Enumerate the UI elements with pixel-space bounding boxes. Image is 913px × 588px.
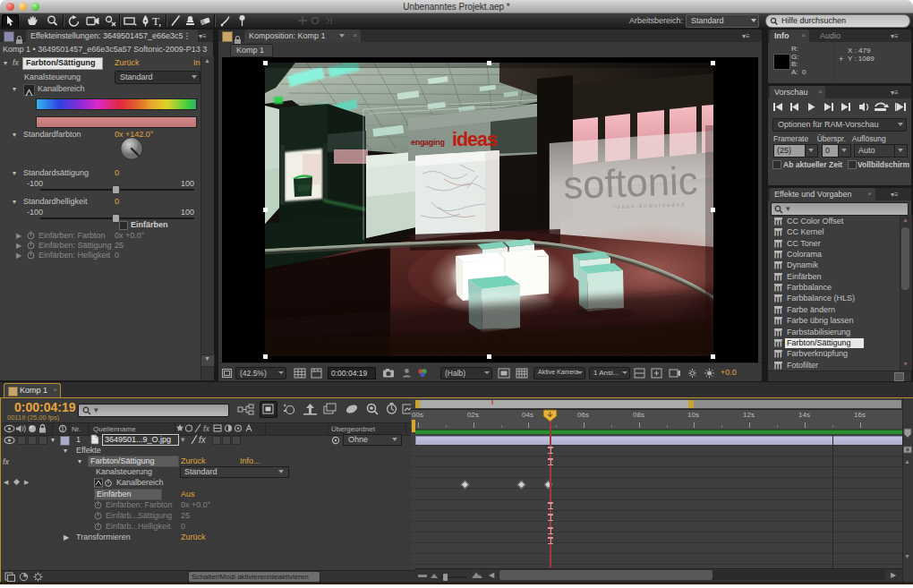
svg-text:engaging: engaging	[411, 138, 445, 147]
svg-text:fx: fx	[203, 424, 210, 433]
svg-text:softonic: softonic	[563, 158, 699, 207]
svg-text:fx: fx	[199, 435, 207, 445]
svg-text:ideas: ideas	[452, 128, 498, 150]
